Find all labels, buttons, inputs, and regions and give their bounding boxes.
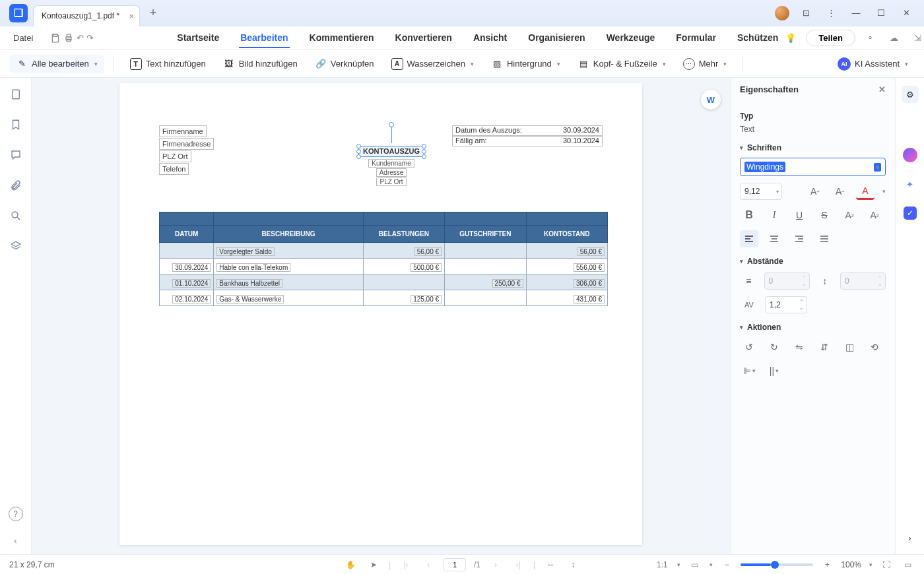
file-menu[interactable]: Datei <box>7 30 40 46</box>
resize-handle[interactable] <box>356 149 361 154</box>
font-color-icon[interactable]: A <box>856 183 874 200</box>
menu-tab-konvertieren[interactable]: Konvertieren <box>394 28 453 48</box>
close-window-button[interactable]: ✕ <box>898 5 915 22</box>
kebab-menu-icon[interactable]: ⋮ <box>822 5 840 22</box>
font-size-input[interactable]: 9,12▾ <box>740 183 782 200</box>
page-number-input[interactable] <box>444 558 466 571</box>
thumbnails-icon[interactable] <box>9 87 23 102</box>
share-button[interactable]: Teilen <box>806 30 855 46</box>
fit-width-icon[interactable]: ↔ <box>543 558 558 572</box>
save-icon[interactable] <box>50 30 61 47</box>
add-image-button[interactable]: 🖼 Bild hinzufügen <box>216 55 304 73</box>
char-spacing-input[interactable]: 1,2⌃⌄ <box>765 296 807 313</box>
zoom-slider[interactable] <box>741 563 813 566</box>
ai-assistant-button[interactable]: AI KI Assistent▾ <box>831 54 915 74</box>
align-left-icon[interactable] <box>740 230 758 247</box>
decrease-font-icon[interactable]: A− <box>831 183 849 200</box>
edit-all-button[interactable]: ✎ Alle bearbeiten▾ <box>9 55 104 73</box>
canvas[interactable]: W FirmennameFirmenadressePLZ OrtTelefon … <box>32 78 730 554</box>
resize-handle[interactable] <box>422 149 426 154</box>
resize-handle[interactable] <box>356 154 361 159</box>
zoom-out-icon[interactable]: − <box>719 558 734 572</box>
prev-page-icon[interactable]: ‹ <box>421 558 436 572</box>
user-avatar[interactable] <box>775 6 789 20</box>
properties-toggle-icon[interactable]: ⚙ <box>902 86 919 103</box>
increase-font-icon[interactable]: A+ <box>806 183 824 200</box>
new-tab-button[interactable]: + <box>144 4 162 22</box>
strikethrough-icon[interactable]: S <box>815 207 834 224</box>
search-icon[interactable] <box>9 208 23 223</box>
selected-text-object[interactable]: KONTOAUSZUG KundennameAdressePLZ Ort <box>358 146 424 186</box>
fonts-section[interactable]: Schriften <box>740 143 886 152</box>
menu-tab-bearbeiten[interactable]: Bearbeiten <box>239 28 289 48</box>
link-button[interactable]: 🔗 Verknüpfen <box>308 55 381 73</box>
flip-vertical-icon[interactable]: ⇵ <box>815 338 834 356</box>
italic-icon[interactable]: I <box>765 207 783 224</box>
last-page-icon[interactable]: ›| <box>511 558 525 572</box>
menu-tab-werkzeuge[interactable]: Werkzeuge <box>605 28 657 48</box>
ai-chat-icon[interactable] <box>902 146 919 164</box>
ai-check-icon[interactable]: ✓ <box>902 205 919 222</box>
subscript-icon[interactable]: A2 <box>865 207 884 224</box>
fullscreen-icon[interactable]: ⛶ <box>879 558 894 572</box>
font-family-select[interactable]: Wingdings ▾ <box>740 158 886 176</box>
watermark-button[interactable]: A Wasserzeichen▾ <box>385 55 480 73</box>
menu-tab-kommentieren[interactable]: Kommentieren <box>308 28 376 48</box>
menu-tab-formular[interactable]: Formular <box>675 28 717 48</box>
header-footer-button[interactable]: ▤ Kopf- & Fußzeile▾ <box>571 55 673 73</box>
rotate-right-icon[interactable]: ↻ <box>765 338 783 356</box>
menu-tab-startseite[interactable]: Startseite <box>176 28 220 48</box>
rotate-left-icon[interactable]: ↺ <box>740 338 758 356</box>
close-panel-icon[interactable]: ✕ <box>878 84 886 94</box>
spacing-section[interactable]: Abstände <box>740 257 886 266</box>
select-tool-icon[interactable]: ➤ <box>366 558 381 572</box>
replace-icon[interactable]: ⟲ <box>865 338 884 356</box>
expand-right-icon[interactable]: › <box>902 529 919 546</box>
align-objects-icon[interactable]: ⊫▾ <box>740 362 758 379</box>
print-icon[interactable] <box>63 30 74 47</box>
cloud-upload-icon[interactable]: ☁ <box>886 30 903 47</box>
flip-horizontal-icon[interactable]: ⇋ <box>790 338 808 356</box>
actions-section[interactable]: Aktionen <box>740 323 886 332</box>
align-center-icon[interactable] <box>765 230 783 247</box>
superscript-icon[interactable]: A2 <box>840 207 859 224</box>
feedback-icon[interactable]: ⊡ <box>797 5 814 22</box>
underline-icon[interactable]: U <box>790 207 808 224</box>
actual-size-icon[interactable]: 1:1 <box>655 558 669 572</box>
ai-tool-icon[interactable]: ✦ <box>902 175 919 193</box>
resize-handle[interactable] <box>422 154 426 159</box>
minimize-button[interactable]: — <box>847 5 865 22</box>
more-button[interactable]: ⋯ Mehr▾ <box>676 55 734 73</box>
background-button[interactable]: ▨ Hintergrund▾ <box>484 55 567 73</box>
distribute-icon[interactable]: ||▾ <box>765 362 783 379</box>
menu-tab-ansicht[interactable]: Ansicht <box>472 28 508 48</box>
zoom-in-icon[interactable]: + <box>820 558 834 572</box>
export-word-button[interactable]: W <box>701 90 721 110</box>
resize-handle[interactable] <box>356 144 361 148</box>
collapse-left-icon[interactable]: ‹ <box>9 533 23 548</box>
menu-tab-schützen[interactable]: Schützen <box>736 28 779 48</box>
align-right-icon[interactable] <box>790 230 808 247</box>
export-icon[interactable]: ⇲ <box>909 30 924 47</box>
layers-icon[interactable] <box>9 239 23 253</box>
view-mode-icon[interactable]: ▭ <box>687 558 702 572</box>
document-tab[interactable]: Kontoauszug1_1.pdf * × <box>33 5 140 26</box>
line-spacing-input[interactable]: 0⌃⌄ <box>764 272 810 290</box>
menu-tab-organisieren[interactable]: Organisieren <box>527 28 586 48</box>
tab-close-icon[interactable]: × <box>129 11 135 21</box>
maximize-button[interactable]: ☐ <box>873 5 890 22</box>
rotate-handle[interactable] <box>389 122 394 127</box>
reading-mode-icon[interactable]: ▭ <box>900 558 915 572</box>
redo-icon[interactable]: ↷ <box>86 30 94 47</box>
paragraph-spacing-input[interactable]: 0⌃⌄ <box>840 272 886 290</box>
share-graph-icon[interactable]: ⚬ <box>862 30 879 47</box>
align-justify-icon[interactable] <box>815 230 834 247</box>
crop-icon[interactable]: ◫ <box>840 338 859 356</box>
bookmarks-icon[interactable] <box>9 117 23 132</box>
bold-icon[interactable]: B <box>740 207 758 224</box>
hand-tool-icon[interactable]: ✋ <box>344 558 358 572</box>
first-page-icon[interactable]: |‹ <box>399 558 413 572</box>
attachments-icon[interactable] <box>9 178 23 193</box>
comments-icon[interactable] <box>9 148 23 162</box>
next-page-icon[interactable]: › <box>488 558 503 572</box>
